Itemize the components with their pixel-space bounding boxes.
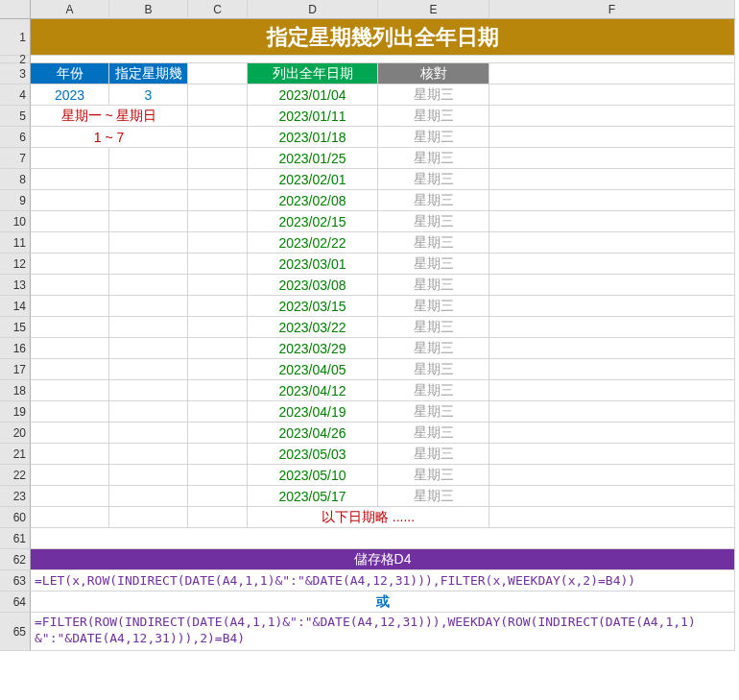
check-11[interactable]: 星期三 <box>378 317 489 338</box>
cell-A19[interactable] <box>31 401 109 422</box>
cell-B17[interactable] <box>109 359 188 380</box>
date-4[interactable]: 2023/02/01 <box>248 169 378 190</box>
cell-C5[interactable] <box>188 106 248 127</box>
cell-C20[interactable] <box>188 422 248 444</box>
cell-B15[interactable] <box>109 317 188 338</box>
cell-F21[interactable] <box>489 444 735 465</box>
date-6[interactable]: 2023/02/15 <box>248 211 378 232</box>
rowhead-62[interactable]: 62 <box>0 549 31 570</box>
cell-B60[interactable] <box>109 507 188 528</box>
cell-B21[interactable] <box>109 444 188 465</box>
omit-text[interactable]: 以下日期略 ...... <box>248 507 489 528</box>
cell-B10[interactable] <box>109 211 188 232</box>
cell-B14[interactable] <box>109 296 188 317</box>
date-18[interactable]: 2023/05/10 <box>248 465 378 486</box>
rowhead-17[interactable]: 17 <box>0 359 31 380</box>
check-10[interactable]: 星期三 <box>378 296 489 317</box>
check-2[interactable]: 星期三 <box>378 127 489 148</box>
rowhead-63[interactable]: 63 <box>0 570 31 591</box>
rowhead-61[interactable]: 61 <box>0 528 31 549</box>
date-2[interactable]: 2023/01/18 <box>248 127 378 148</box>
rowhead-20[interactable]: 20 <box>0 422 31 444</box>
cell-C10[interactable] <box>188 211 248 232</box>
check-7[interactable]: 星期三 <box>378 232 489 253</box>
hint-range-label[interactable]: 星期一 ~ 星期日 <box>31 106 188 127</box>
formula2[interactable]: =FILTER(ROW(INDIRECT(DATE(A4,1,1)&":"&DA… <box>31 613 735 651</box>
rowhead-14[interactable]: 14 <box>0 296 31 317</box>
colhead-F[interactable]: F <box>489 0 735 19</box>
colhead-B[interactable]: B <box>109 0 188 19</box>
cell-A7[interactable] <box>31 148 109 169</box>
title-cell[interactable]: 指定星期幾列出全年日期 <box>31 19 735 56</box>
rowhead-65[interactable]: 65 <box>0 613 31 651</box>
cell-A20[interactable] <box>31 422 109 444</box>
cell-C6[interactable] <box>188 127 248 148</box>
date-12[interactable]: 2023/03/29 <box>248 338 378 359</box>
date-17[interactable]: 2023/05/03 <box>248 444 378 465</box>
check-4[interactable]: 星期三 <box>378 169 489 190</box>
header-weekday[interactable]: 指定星期幾 <box>109 63 188 84</box>
cell-F13[interactable] <box>489 275 735 296</box>
rowhead-6[interactable]: 6 <box>0 127 31 148</box>
cell-B22[interactable] <box>109 465 188 486</box>
cell-A23[interactable] <box>31 486 109 507</box>
cell-B18[interactable] <box>109 380 188 401</box>
cell-F3[interactable] <box>489 63 735 84</box>
cell-C9[interactable] <box>188 190 248 211</box>
cell-F20[interactable] <box>489 422 735 444</box>
cell-F5[interactable] <box>489 106 735 127</box>
cell-C18[interactable] <box>188 380 248 401</box>
cell-C14[interactable] <box>188 296 248 317</box>
cell-B19[interactable] <box>109 401 188 422</box>
cell-A8[interactable] <box>31 169 109 190</box>
check-13[interactable]: 星期三 <box>378 359 489 380</box>
cell-A60[interactable] <box>31 507 109 528</box>
rowhead-3[interactable]: 3 <box>0 63 31 84</box>
date-3[interactable]: 2023/01/25 <box>248 148 378 169</box>
cell-F14[interactable] <box>489 296 735 317</box>
cell-F19[interactable] <box>489 401 735 422</box>
cell-A16[interactable] <box>31 338 109 359</box>
date-5[interactable]: 2023/02/08 <box>248 190 378 211</box>
cell-F22[interactable] <box>489 465 735 486</box>
header-year[interactable]: 年份 <box>31 63 109 84</box>
check-17[interactable]: 星期三 <box>378 444 489 465</box>
rowhead-22[interactable]: 22 <box>0 465 31 486</box>
rowhead-16[interactable]: 16 <box>0 338 31 359</box>
cell-A17[interactable] <box>31 359 109 380</box>
rowhead-2[interactable]: 2 <box>0 56 31 63</box>
header-dates[interactable]: 列出全年日期 <box>248 63 378 84</box>
colhead-D[interactable]: D <box>248 0 378 19</box>
hint-range-nums[interactable]: 1 ~ 7 <box>31 127 188 148</box>
check-18[interactable]: 星期三 <box>378 465 489 486</box>
cell-C22[interactable] <box>188 465 248 486</box>
rowhead-8[interactable]: 8 <box>0 169 31 190</box>
rowhead-60[interactable]: 60 <box>0 507 31 528</box>
formula-header[interactable]: 儲存格D4 <box>31 549 735 570</box>
colhead-E[interactable]: E <box>378 0 489 19</box>
formula1[interactable]: =LET(x,ROW(INDIRECT(DATE(A4,1,1)&":"&DAT… <box>31 570 735 591</box>
date-13[interactable]: 2023/04/05 <box>248 359 378 380</box>
rowhead-7[interactable]: 7 <box>0 148 31 169</box>
check-8[interactable]: 星期三 <box>378 253 489 275</box>
cell-F60[interactable] <box>489 507 735 528</box>
or-text[interactable]: 或 <box>31 591 735 613</box>
cell-C4[interactable] <box>188 84 248 106</box>
cell-C11[interactable] <box>188 232 248 253</box>
cell-C7[interactable] <box>188 148 248 169</box>
date-19[interactable]: 2023/05/17 <box>248 486 378 507</box>
cell-C13[interactable] <box>188 275 248 296</box>
cell-A12[interactable] <box>31 253 109 275</box>
date-14[interactable]: 2023/04/12 <box>248 380 378 401</box>
check-16[interactable]: 星期三 <box>378 422 489 444</box>
cell-A22[interactable] <box>31 465 109 486</box>
rowhead-21[interactable]: 21 <box>0 444 31 465</box>
cell-B23[interactable] <box>109 486 188 507</box>
check-19[interactable]: 星期三 <box>378 486 489 507</box>
cell-F4[interactable] <box>489 84 735 106</box>
rowhead-15[interactable]: 15 <box>0 317 31 338</box>
rowhead-4[interactable]: 4 <box>0 84 31 106</box>
rowhead-10[interactable]: 10 <box>0 211 31 232</box>
rowhead-19[interactable]: 19 <box>0 401 31 422</box>
cell-C19[interactable] <box>188 401 248 422</box>
